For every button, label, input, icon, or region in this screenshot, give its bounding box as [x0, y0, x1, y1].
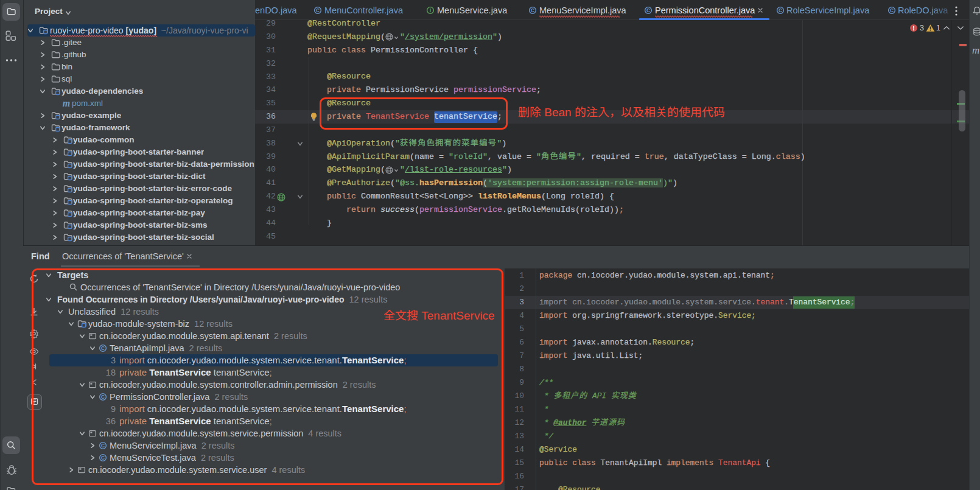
svg-text:I: I — [430, 8, 431, 13]
svg-text:m: m — [63, 99, 70, 108]
svg-text:C: C — [316, 8, 320, 13]
svg-text:C: C — [646, 8, 650, 13]
svg-text:m: m — [972, 46, 979, 55]
svg-text:C: C — [890, 8, 894, 13]
svg-text:C: C — [531, 8, 534, 13]
svg-text:C: C — [779, 8, 782, 13]
